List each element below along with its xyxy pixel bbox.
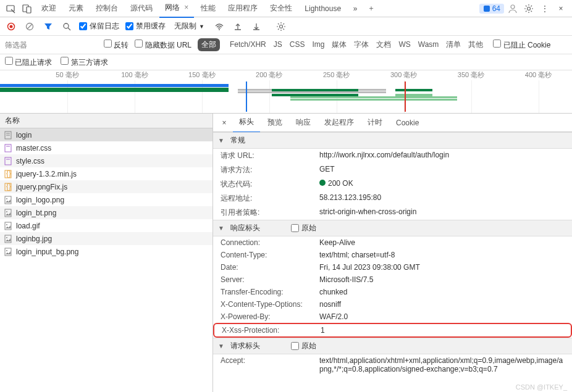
svg-rect-17 xyxy=(5,144,11,152)
raw-checkbox[interactable] xyxy=(291,224,299,232)
label: 远程地址: xyxy=(221,193,319,204)
wifi-icon[interactable] xyxy=(213,20,225,33)
header-row: Transfer-Encoding:chunked xyxy=(213,286,572,298)
request-name: login_bt.png xyxy=(16,209,56,217)
timeline-tick: 300 毫秒 xyxy=(390,70,417,80)
device-toggle-icon[interactable] xyxy=(20,1,35,16)
request-row[interactable]: load.gif xyxy=(0,219,212,232)
tab-performance[interactable]: 性能 xyxy=(195,0,221,17)
filter-input[interactable] xyxy=(5,41,54,49)
filter-type-button[interactable]: 字体 xyxy=(350,39,372,50)
close-detail-icon[interactable]: × xyxy=(217,119,232,127)
header-value: nosniff xyxy=(319,300,565,309)
request-row[interactable]: login xyxy=(0,128,212,141)
filter-type-button[interactable]: 媒体 xyxy=(328,39,350,50)
detail-tab-response[interactable]: 响应 xyxy=(290,114,317,132)
tab-elements[interactable]: 元素 xyxy=(63,0,89,17)
timeline-tick: 350 毫秒 xyxy=(458,70,484,80)
header-value: text/html,application/xhtml+xml,applicat… xyxy=(319,356,565,373)
hide-data-urls-checkbox[interactable]: 隐藏数据 URL xyxy=(135,40,191,51)
invert-checkbox[interactable]: 反转 xyxy=(104,40,128,51)
search-icon[interactable] xyxy=(61,20,73,33)
header-row: X-Powered-By:WAF/2.0 xyxy=(213,311,572,323)
throttling-select[interactable]: 无限制 ▼ xyxy=(172,20,207,33)
network-settings-icon[interactable] xyxy=(275,20,287,33)
tab-security[interactable]: 安全性 xyxy=(264,0,298,17)
header-key: Server: xyxy=(221,275,319,284)
doc-file-icon xyxy=(4,131,12,140)
third-party-checkbox[interactable]: 第三方请求 xyxy=(61,57,107,68)
timeline-tick: 100 毫秒 xyxy=(121,70,148,80)
filter-type-button[interactable]: Wasm xyxy=(414,39,443,50)
section-response-headers[interactable]: ▼响应标头原始 xyxy=(213,220,572,236)
label: 请求 URL: xyxy=(221,151,319,161)
detail-tab-initiator[interactable]: 发起程序 xyxy=(318,114,360,132)
filter-type-button[interactable]: Fetch/XHR xyxy=(226,39,270,50)
clear-icon[interactable] xyxy=(23,20,36,33)
inspect-icon[interactable] xyxy=(4,1,19,16)
section-request-headers[interactable]: ▼请求标头原始 xyxy=(213,338,572,354)
value: 200 OK xyxy=(319,179,565,190)
filter-type-button[interactable]: CSS xyxy=(286,39,309,50)
request-row[interactable]: login_input_bg.png xyxy=(0,245,212,258)
filter-type-button[interactable]: 其他 xyxy=(465,39,487,50)
section-general[interactable]: ▼常规 xyxy=(213,132,572,149)
preserve-log-checkbox[interactable]: 保留日志 xyxy=(79,21,119,31)
tab-welcome[interactable]: 欢迎 xyxy=(36,0,62,17)
detail-body: ▼常规 请求 URL:http://iwork.njlrxx.com/defau… xyxy=(213,132,572,392)
timeline-tick: 200 毫秒 xyxy=(256,70,282,80)
filter-type-button[interactable]: Img xyxy=(308,39,328,50)
filter-type-button[interactable]: 清单 xyxy=(442,39,465,50)
value: http://iwork.njlrxx.com/default/auth/log… xyxy=(319,151,565,161)
request-name: jquery.pngFix.js xyxy=(16,183,67,191)
request-name: loginbg.jpg xyxy=(16,235,52,243)
header-value: 1 xyxy=(321,326,563,335)
filter-type-button[interactable]: 文档 xyxy=(372,39,395,50)
blocked-requests-checkbox[interactable]: 已阻止请求 xyxy=(5,57,52,68)
tab-network[interactable]: 网络 × xyxy=(159,0,194,18)
detail-tab-timing[interactable]: 计时 xyxy=(361,114,389,132)
timeline-tick: 150 毫秒 xyxy=(188,70,215,80)
tab-sources[interactable]: 源代码 xyxy=(125,0,158,17)
name-column-header[interactable]: 名称 xyxy=(0,114,212,128)
svg-point-12 xyxy=(219,29,220,30)
close-devtools-icon[interactable]: × xyxy=(553,1,568,16)
request-row[interactable]: {}jquery.pngFix.js xyxy=(0,180,212,193)
detail-tab-headers[interactable]: 标头 xyxy=(233,114,260,133)
timeline-overview[interactable]: 50 毫秒100 毫秒150 毫秒200 毫秒250 毫秒300 毫秒350 毫… xyxy=(0,70,572,114)
img-file-icon xyxy=(4,235,12,243)
issues-badge[interactable]: 64 xyxy=(479,4,504,14)
kebab-icon[interactable]: ⋮ xyxy=(537,1,552,16)
request-row[interactable]: loginbg.jpg xyxy=(0,232,212,245)
disable-cache-checkbox[interactable]: 禁用缓存 xyxy=(125,21,166,31)
filter-type-all[interactable]: 全部 xyxy=(198,38,220,51)
request-row[interactable]: master.css xyxy=(0,141,212,154)
filter-bar: 反转 隐藏数据 URL 全部 Fetch/XHRJSCSSImg媒体字体文档WS… xyxy=(0,36,572,54)
blocked-cookies-checkbox[interactable]: 已阻止 Cookie xyxy=(493,40,550,51)
filter-type-button[interactable]: WS xyxy=(395,39,414,50)
detail-tab-preview[interactable]: 预览 xyxy=(261,114,288,132)
tab-console[interactable]: 控制台 xyxy=(90,0,124,17)
svg-point-32 xyxy=(6,237,7,238)
upload-icon[interactable] xyxy=(232,20,244,33)
user-icon[interactable] xyxy=(505,1,520,16)
detail-tab-cookies[interactable]: Cookie xyxy=(390,114,425,131)
filter-type-button[interactable]: JS xyxy=(270,39,286,50)
svg-point-34 xyxy=(6,250,7,251)
header-row: Accept:text/html,application/xhtml+xml,a… xyxy=(213,354,572,375)
raw-checkbox[interactable] xyxy=(291,342,299,350)
close-icon[interactable]: × xyxy=(184,3,188,12)
tab-lighthouse[interactable]: Lighthouse xyxy=(299,1,347,17)
request-row[interactable]: style.css xyxy=(0,154,212,167)
more-tabs-icon[interactable]: » xyxy=(348,1,363,16)
record-icon[interactable] xyxy=(5,20,17,33)
request-row[interactable]: login_bt.png xyxy=(0,206,212,219)
settings-icon[interactable] xyxy=(521,1,536,16)
tab-application[interactable]: 应用程序 xyxy=(222,0,263,17)
download-icon[interactable] xyxy=(250,20,263,33)
request-row[interactable]: login_logo.png xyxy=(0,193,212,206)
filter-icon[interactable] xyxy=(42,20,54,33)
request-row[interactable]: {}jquery-1.3.2.min.js xyxy=(0,167,212,180)
svg-point-7 xyxy=(10,25,13,28)
add-tab-icon[interactable]: ＋ xyxy=(364,1,379,16)
